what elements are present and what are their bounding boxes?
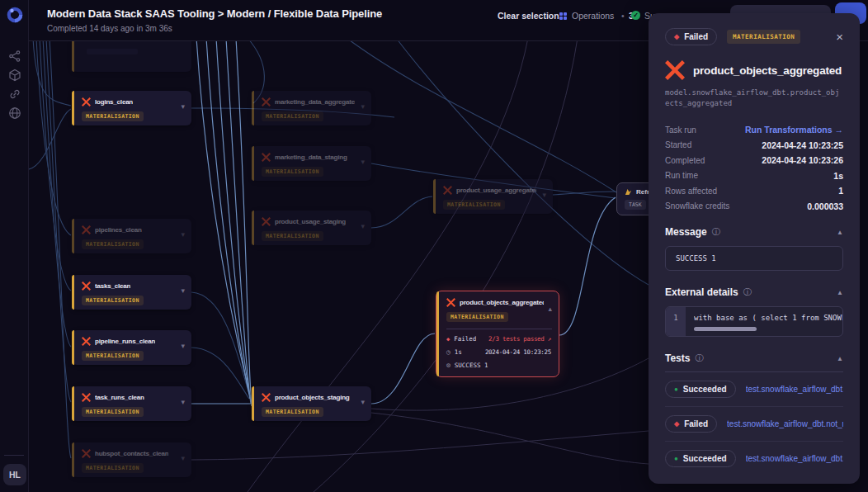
materialisation-badge: MATERIALISATION <box>262 167 323 177</box>
dag-node-marketing_data_aggregated[interactable]: marketing_data_aggregated▾MATERIALISATIO… <box>252 91 371 125</box>
node-title: product_objects_staging <box>275 394 350 401</box>
test-link[interactable]: test.snowflake_airflow_dbt.not_null_pr <box>746 454 843 463</box>
detail-row: Rows affected1 <box>665 183 843 199</box>
chevron-down-icon[interactable]: ▾ <box>361 158 365 166</box>
task-badge: TASK <box>625 200 646 210</box>
external-details-box: 1 with base as ( select 1 from SNOWFLAKE <box>665 306 843 337</box>
detail-label: Task run <box>665 125 696 135</box>
close-icon[interactable]: × <box>836 31 843 43</box>
dag-node-logins_clean[interactable]: logins_clean▾MATERIALISATION <box>72 91 191 125</box>
chevron-down-icon[interactable]: ▾ <box>181 230 185 239</box>
node-title: pipeline_runs_clean <box>95 338 155 345</box>
dag-node-product_objects_staging[interactable]: product_objects_staging▾MATERIALISATION <box>252 386 371 421</box>
chevron-down-icon[interactable]: ▾ <box>181 454 185 462</box>
detail-row: Completed2024-04-24 10:23:26 <box>665 153 843 168</box>
chevron-down-icon[interactable]: ▾ <box>361 102 365 111</box>
detail-row: Snowflake credits0.000033 <box>665 199 843 215</box>
chevron-down-icon[interactable]: ▾ <box>542 191 546 199</box>
dbt-icon <box>82 393 91 402</box>
dag-node-pipeline_runs_clean[interactable]: pipeline_runs_clean▾MATERIALISATION <box>72 330 191 365</box>
node-message-row: ⚙SUCCESS 1 <box>436 362 559 369</box>
test-link[interactable]: test.snowflake_airflow_dbt.unique_pro <box>746 385 843 394</box>
divider <box>446 329 552 329</box>
panel-title: product_objects_aggregated <box>693 64 842 77</box>
chevron-down-icon[interactable]: ▾ <box>361 222 365 230</box>
chevron-down-icon[interactable]: ▾ <box>181 398 185 406</box>
products-cube-icon[interactable] <box>8 69 21 82</box>
chevron-up-icon[interactable]: ▴ <box>548 305 552 313</box>
chevron-down-icon[interactable]: ▾ <box>181 342 185 350</box>
dag-node-hubspot_contacts_clean[interactable]: hubspot_contacts_clean▾MATERIALISATION <box>72 442 191 477</box>
info-icon[interactable]: ⓘ <box>712 226 720 238</box>
divider <box>4 455 24 456</box>
user-avatar[interactable]: HL <box>3 464 26 485</box>
dbt-icon <box>262 393 271 402</box>
collapse-icon[interactable]: ▲ <box>837 355 843 362</box>
materialisation-badge: MATERIALISATION <box>262 231 323 241</box>
tests-summary[interactable]: 2/3 tests passed <box>488 335 544 343</box>
node-status-row: ◆Failed 2/3 tests passed ↗ <box>436 335 559 343</box>
node-title: tasks_clean <box>95 282 130 290</box>
chevron-down-icon[interactable]: ▾ <box>181 102 185 111</box>
materialisation-badge: MATERIALISATION <box>82 111 144 121</box>
collapse-icon[interactable]: ▲ <box>837 229 843 236</box>
pipeline-graph-icon[interactable] <box>8 50 21 63</box>
dag-node-partial[interactable] <box>72 37 191 72</box>
collapse-icon[interactable]: ▲ <box>837 289 843 296</box>
operations-label[interactable]: Operations <box>572 11 614 21</box>
detail-row: Run time1s <box>665 168 843 184</box>
dot-separator: • <box>621 11 625 21</box>
sql-code: with base as ( select 1 from SNOWFLAKE <box>694 314 842 322</box>
node-status: Failed <box>454 335 476 343</box>
info-icon[interactable]: ⓘ <box>743 286 752 298</box>
dag-node-marketing_data_staging[interactable]: marketing_data_staging▾MATERIALISATION <box>252 146 371 181</box>
detail-value: 2024-04-24 10:23:26 <box>762 155 843 165</box>
clear-selection-button[interactable]: Clear selection <box>498 11 559 21</box>
detail-label: Started <box>665 140 691 149</box>
test-link[interactable]: test.snowflake_airflow_dbt.not_null_pr <box>727 419 843 428</box>
dbt-icon <box>82 281 91 291</box>
dbt-icon <box>262 217 271 226</box>
details-panel: ◆ Failed MATERIALISATION × product_objec… <box>649 13 860 484</box>
detail-value[interactable]: Run Transformations → <box>745 125 843 135</box>
dag-node-pipelines_clean[interactable]: pipelines_clean▾MATERIALISATION <box>72 219 191 253</box>
materialisation-badge: MATERIALISATION <box>262 111 323 121</box>
detail-label: Snowflake credits <box>665 201 729 211</box>
detail-value: 0.000033 <box>807 201 843 211</box>
dag-node-product_usage_aggregated[interactable]: product_usage_aggregated▾MATERIALISATION <box>433 179 553 214</box>
materialisation-badge: MATERIALISATION <box>82 296 144 305</box>
detail-label: Completed <box>665 156 705 165</box>
info-icon[interactable]: ⓘ <box>695 352 703 364</box>
dag-node-tasks_clean[interactable]: tasks_clean▾MATERIALISATION <box>72 275 191 310</box>
dbt-icon <box>665 60 685 80</box>
success-dot-icon: ● <box>674 386 678 393</box>
node-runtime: 1s <box>455 348 462 356</box>
detail-list: Task runRun Transformations →Started2024… <box>665 122 843 214</box>
failed-diamond-icon: ◆ <box>674 33 679 40</box>
detail-value: 2024-04-24 10:23:25 <box>762 140 843 150</box>
dag-node-product_usage_staging[interactable]: product_usage_staging▾MATERIALISATION <box>252 211 371 245</box>
dag-node-selected[interactable]: product_objects_aggregated ▴ MATERIALISA… <box>436 291 559 377</box>
test-row: ◆Failedtest.snowflake_airflow_dbt.not_nu… <box>665 406 843 441</box>
node-title: marketing_data_aggregated <box>275 98 355 106</box>
node-time-row: ◷1s 2024-04-24 10:23:25 <box>436 348 559 356</box>
chevron-down-icon[interactable]: ▾ <box>361 398 365 406</box>
globe-icon[interactable] <box>8 106 21 120</box>
app-logo[interactable] <box>6 6 24 24</box>
node-title: product_objects_aggregated <box>460 299 544 306</box>
node-title: marketing_data_staging <box>275 154 347 161</box>
breadcrumb[interactable]: Modern Data Stack SAAS Tooling > Modern … <box>47 7 382 20</box>
materialisation-badge: MATERIALISATION <box>82 463 144 473</box>
integrations-link-icon[interactable] <box>8 88 21 101</box>
dag-node-task_runs_clean[interactable]: task_runs_clean▾MATERIALISATION <box>72 386 191 421</box>
materialisation-badge: MATERIALISATION <box>262 407 323 417</box>
test-row: ●Succeededtest.snowflake_airflow_dbt.not… <box>665 441 843 475</box>
materialisation-badge: MATERIALISATION <box>443 200 505 210</box>
run-status-subtitle: Completed 14 days ago in 3m 36s <box>47 24 172 33</box>
chevron-down-icon[interactable]: ▾ <box>181 286 185 295</box>
horizontal-scrollbar[interactable] <box>694 327 757 331</box>
node-title: pipelines_clean <box>95 226 142 234</box>
dbt-icon <box>262 97 271 106</box>
status-badge: ◆ Failed <box>665 28 717 45</box>
node-title: task_runs_clean <box>95 394 144 401</box>
